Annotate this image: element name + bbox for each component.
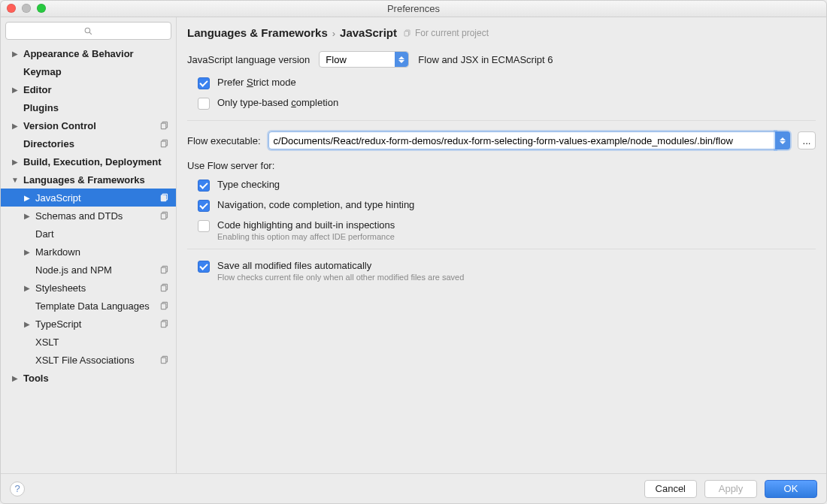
project-scope-icon [159,138,170,149]
tree-item[interactable]: ▶TypeScript [1,315,176,333]
svg-rect-3 [161,123,165,129]
zoom-icon[interactable] [37,4,46,13]
tree-item-label: Editor [23,84,52,95]
use-flow-option[interactable]: Code highlighting and built-in inspectio… [187,219,816,241]
language-version-note: Flow and JSX in ECMAScript 6 [418,54,553,65]
tree-item[interactable]: ▶Stylesheets [1,279,176,297]
option-sub: Enabling this option may affect IDE perf… [217,232,395,241]
project-scope-icon [159,300,170,311]
tree-item-label: Markdown [35,246,80,258]
close-icon[interactable] [7,4,16,13]
flow-executable-input[interactable] [268,131,776,149]
flow-executable-row: Flow executable: ... [187,131,816,149]
tree-item[interactable]: ▼Languages & Frameworks [1,171,176,189]
tree-item-label: Directories [23,138,74,149]
minimize-icon[interactable] [22,4,31,13]
language-version-select[interactable]: Flow [319,51,409,68]
option-label: Code highlighting and built-in inspectio… [217,219,395,231]
breadcrumb: Languages & Frameworks › JavaScript For … [187,26,816,39]
preferences-window: Preferences ▶Appearance & BehaviorKeymap… [0,0,827,504]
type-completion-checkbox[interactable] [198,98,210,110]
project-scope-icon [159,192,170,203]
tree-item-label: Dart [35,228,54,240]
titlebar: Preferences [1,1,826,17]
flow-executable-combo[interactable] [268,131,790,149]
save-all-sub: Flow checks current file only when all o… [217,273,464,282]
prefer-strict-label: Prefer Strict mode [217,77,296,88]
use-flow-label: Use Flow server for: [187,160,816,171]
divider [187,249,816,249]
apply-button[interactable]: Apply [704,480,757,498]
tree-item[interactable]: XSLT File Associations [1,351,176,369]
tree-item-label: Schemas and DTDs [35,210,123,222]
tree-item[interactable]: ▶Version Control [1,116,176,134]
sidebar: ▶Appearance & BehaviorKeymap▶EditorPlugi… [1,17,177,473]
copy-icon [403,29,412,38]
save-all-checkbox[interactable] [198,261,210,273]
browse-button[interactable]: ... [798,131,816,149]
breadcrumb-current: JavaScript [340,26,397,39]
tree-item[interactable]: Node.js and NPM [1,261,176,279]
tree-item[interactable]: Dart [1,225,176,243]
chevron-updown-icon[interactable] [775,131,790,149]
project-scope-icon [159,282,170,293]
chevron-right-icon: ▶ [11,86,19,94]
divider [187,120,816,121]
prefer-strict-row[interactable]: Prefer Strict mode [187,77,816,89]
checkbox[interactable] [198,220,210,232]
type-completion-label: Only type-based completion [217,97,338,108]
chevron-right-icon: ▶ [23,248,31,256]
tree-item[interactable]: ▶Markdown [1,243,176,261]
checkbox[interactable] [198,200,210,212]
tree-item-label: Template Data Languages [35,300,150,312]
flow-executable-label: Flow executable: [187,135,261,146]
tree-item[interactable]: ▶Build, Execution, Deployment [1,152,176,171]
window-controls [7,4,46,13]
tree-item[interactable]: ▶Editor [1,80,176,98]
type-completion-row[interactable]: Only type-based completion [187,97,816,110]
breadcrumb-parent[interactable]: Languages & Frameworks [187,26,328,39]
tree-item[interactable]: Keymap [1,62,176,80]
tree-item-label: Plugins [23,102,59,113]
tree-item-label: Node.js and NPM [35,264,112,276]
project-scope-icon [159,355,170,365]
search-icon [83,26,93,36]
ok-button[interactable]: OK [765,480,817,498]
tree-item[interactable]: Directories [1,134,176,152]
cancel-button[interactable]: Cancel [644,480,697,498]
svg-line-1 [89,32,92,35]
tree-item[interactable]: ▶Tools [1,369,176,387]
help-button[interactable]: ? [10,481,25,496]
project-scope-icon [159,318,170,329]
prefer-strict-checkbox[interactable] [198,77,210,89]
settings-tree[interactable]: ▶Appearance & BehaviorKeymap▶EditorPlugi… [1,43,176,473]
svg-rect-15 [161,303,165,309]
tree-item[interactable]: Template Data Languages [1,297,176,315]
svg-rect-9 [161,213,165,219]
tree-item[interactable]: ▶Schemas and DTDs [1,207,176,225]
save-all-row[interactable]: Save all modified files automatically Fl… [187,260,816,282]
use-flow-option[interactable]: Type checking [187,179,816,192]
svg-rect-11 [161,267,165,273]
tree-item[interactable]: ▶Appearance & Behavior [1,44,176,62]
tree-item-label: Keymap [23,66,62,77]
chevron-right-icon: ▶ [23,194,31,202]
chevron-right-icon: ▶ [11,122,19,130]
tree-item[interactable]: XSLT [1,333,176,351]
content-pane: Languages & Frameworks › JavaScript For … [177,17,826,473]
use-flow-option[interactable]: Navigation, code completion, and type hi… [187,199,816,212]
search-input[interactable] [5,22,171,40]
option-label: Navigation, code completion, and type hi… [217,199,414,210]
chevron-right-icon: ▶ [11,158,19,166]
window-title: Preferences [387,3,440,14]
tree-item[interactable]: Plugins [1,98,176,116]
tree-item-label: Stylesheets [35,282,86,294]
chevron-updown-icon [395,52,408,67]
tree-item-label: Appearance & Behavior [23,48,134,59]
svg-rect-21 [404,31,409,36]
tree-item[interactable]: ▶JavaScript [1,189,176,207]
checkbox[interactable] [198,180,210,192]
svg-rect-7 [161,195,165,201]
tree-item-label: XSLT [35,337,59,348]
tree-item-label: Version Control [23,120,96,131]
